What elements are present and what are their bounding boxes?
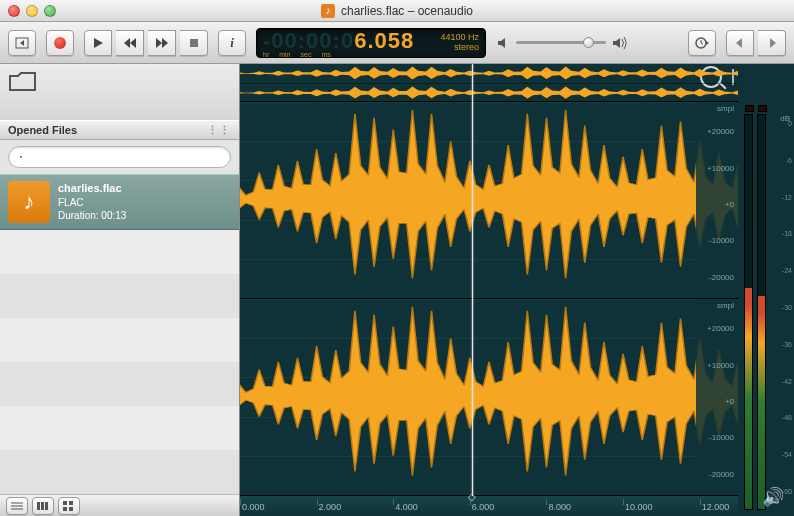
svg-marker-3 [124, 38, 130, 48]
time-tick-label: 2.000 [319, 502, 342, 512]
fast-forward-button[interactable] [148, 30, 176, 56]
nav-prev-button[interactable] [726, 30, 754, 56]
toolbar: i -00:00:0 6.058 hr min sec ms 44100 Hz … [0, 22, 794, 64]
amp-tick-label: +20000 [707, 324, 734, 333]
db-scale-label: -6 [786, 157, 792, 164]
view-columns-button[interactable] [32, 497, 54, 515]
record-button[interactable] [46, 30, 74, 56]
db-scale-label: -42 [782, 378, 792, 385]
overview-left-wave [240, 64, 738, 83]
amp-unit-label: smpl [717, 301, 734, 310]
svg-marker-4 [130, 38, 136, 48]
playhead-cursor[interactable] [472, 64, 473, 496]
window-title: charlies.flac – ocenaudio [341, 4, 473, 18]
volume-high-icon [612, 36, 628, 50]
sidebar-grip-icon[interactable]: ⋮⋮ [207, 124, 231, 137]
svg-rect-23 [69, 507, 73, 511]
stop-button[interactable] [180, 30, 208, 56]
time-tick-label: 4.000 [395, 502, 418, 512]
folder-icon[interactable] [8, 70, 36, 92]
clip-indicator-left[interactable] [745, 105, 754, 112]
speaker-icon[interactable]: 🔊 [762, 486, 784, 508]
view-list-button[interactable] [6, 497, 28, 515]
svg-rect-0 [16, 38, 28, 48]
window-zoom-button[interactable] [44, 5, 56, 17]
view-grid-button[interactable] [58, 497, 80, 515]
time-tick-label: 10.000 [625, 502, 653, 512]
meter-right [757, 114, 766, 510]
overview-strip[interactable] [240, 64, 738, 102]
note-icon [321, 4, 335, 18]
note-icon: ♪ [8, 181, 50, 223]
sidebar: Opened Files ⋮⋮ 🔍 ♪ charlies.flac FLAC D… [0, 64, 240, 516]
search-input[interactable] [8, 146, 231, 168]
rewind-button[interactable] [116, 30, 144, 56]
lcd-channels: stereo [454, 43, 479, 53]
amp-tick-label: -20000 [709, 470, 734, 479]
db-scale-label: -54 [782, 451, 792, 458]
time-tick [546, 499, 547, 505]
volume-low-icon [496, 36, 510, 50]
fast-forward-icon [155, 37, 169, 49]
time-tick-label: 12.000 [702, 502, 730, 512]
time-ruler[interactable]: 0.0002.0004.0006.0008.00010.00012.000 [240, 496, 738, 516]
history-button[interactable] [688, 30, 716, 56]
sidebar-header: Opened Files ⋮⋮ [0, 120, 239, 140]
nav-next-button[interactable] [758, 30, 786, 56]
lcd-unit-sec: sec [301, 51, 312, 58]
columns-icon [37, 501, 49, 511]
waveform-channel-left[interactable]: +20000+10000+0-10000-20000 smpl [240, 102, 738, 299]
svg-marker-1 [20, 40, 24, 46]
nav-next-icon [766, 38, 778, 48]
amp-tick-label: +0 [725, 200, 734, 209]
clip-indicator-right[interactable] [758, 105, 767, 112]
window-close-button[interactable] [8, 5, 20, 17]
stop-icon [189, 38, 199, 48]
waveform-left-svg [240, 102, 738, 298]
db-scale-label: -18 [782, 230, 792, 237]
svg-marker-13 [770, 38, 776, 48]
amp-tick-label: -20000 [709, 273, 734, 282]
waveform-editor[interactable]: +20000+10000+0-10000-20000 smpl +20000+1… [240, 64, 738, 516]
svg-marker-6 [162, 38, 168, 48]
amp-tick-label: -10000 [709, 236, 734, 245]
grid-icon [63, 501, 75, 511]
nav-prev-icon [734, 38, 746, 48]
time-tick [317, 499, 318, 505]
svg-rect-22 [63, 507, 67, 511]
svg-marker-9 [613, 38, 620, 48]
db-scale-label: -36 [782, 341, 792, 348]
record-icon [54, 37, 66, 49]
waveform-channel-right[interactable]: +20000+10000+0-10000-20000 smpl [240, 299, 738, 496]
file-list-item[interactable]: ♪ charlies.flac FLAC Duration: 00:13 [0, 174, 239, 230]
svg-rect-18 [41, 502, 44, 510]
file-list-empty-area [0, 230, 239, 494]
time-tick-label: 8.000 [548, 502, 571, 512]
meter-left [744, 114, 753, 510]
volume-thumb[interactable] [583, 37, 594, 48]
window-titlebar: charlies.flac – ocenaudio [0, 0, 794, 22]
time-display[interactable]: -00:00:0 6.058 hr min sec ms 44100 Hz st… [256, 28, 486, 58]
volume-slider[interactable] [516, 41, 606, 44]
sidebar-header-label: Opened Files [8, 124, 77, 136]
info-button[interactable]: i [218, 30, 246, 56]
amp-tick-label: +20000 [707, 127, 734, 136]
amp-unit-label: smpl [717, 104, 734, 113]
time-tick [700, 499, 701, 505]
db-scale-label: -48 [782, 414, 792, 421]
playhead-handle-icon[interactable]: ◇ [468, 491, 476, 502]
amp-tick-label: +10000 [707, 361, 734, 370]
rewind-icon [123, 37, 137, 49]
time-tick-label: 0.000 [242, 502, 265, 512]
svg-rect-7 [190, 39, 198, 47]
panel-toggle-button[interactable] [8, 30, 36, 56]
svg-marker-2 [94, 38, 103, 48]
overview-right-wave [240, 84, 738, 102]
info-icon: i [230, 35, 234, 51]
file-duration: Duration: 00:13 [58, 210, 126, 221]
svg-marker-8 [498, 38, 505, 48]
play-button[interactable] [84, 30, 112, 56]
window-minimize-button[interactable] [26, 5, 38, 17]
amp-tick-label: -10000 [709, 433, 734, 442]
db-scale-label: -30 [782, 304, 792, 311]
